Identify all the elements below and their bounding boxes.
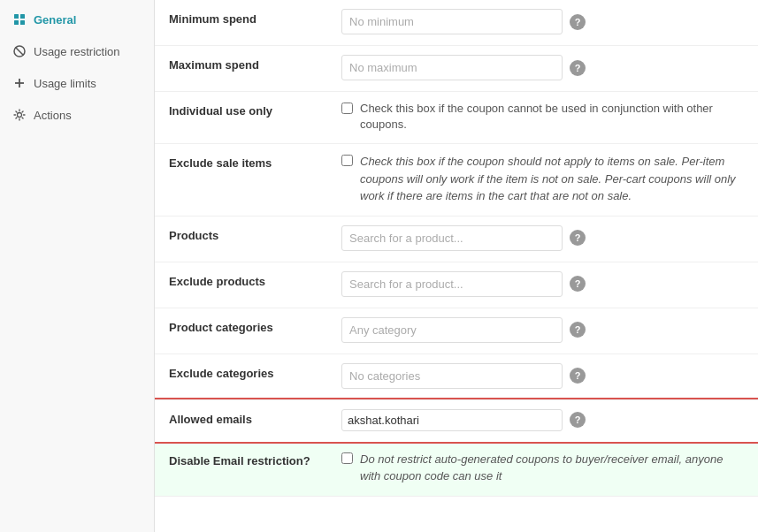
maximum-spend-help-icon[interactable]: ? — [570, 60, 586, 76]
maximum-spend-input[interactable] — [341, 55, 563, 80]
minimum-spend-field: ? — [327, 0, 758, 46]
svg-rect-3 — [20, 20, 25, 25]
main-content: Minimum spend ? Maximum spend ? — [155, 0, 758, 532]
product-categories-row: Product categories ? — [155, 308, 758, 353]
exclude-sale-row: Exclude sale items Check this box if the… — [155, 144, 758, 217]
maximum-spend-row: Maximum spend ? — [155, 46, 758, 92]
exclude-products-help-icon[interactable]: ? — [570, 276, 586, 292]
products-help-icon[interactable]: ? — [570, 230, 586, 246]
allowed-emails-value: akshat.kothari — [348, 414, 556, 427]
individual-use-description: Check this box if the coupon cannot be u… — [360, 101, 744, 133]
svg-rect-2 — [14, 20, 19, 25]
exclude-products-label: Exclude products — [155, 262, 327, 308]
disable-email-restriction-row: Disable Email restriction? Do not restri… — [155, 442, 758, 497]
maximum-spend-label: Maximum spend — [155, 46, 327, 92]
plus-icon — [12, 76, 27, 90]
individual-use-row: Individual use only Check this box if th… — [155, 92, 758, 144]
allowed-emails-field: akshat.kothari ? — [327, 399, 758, 442]
grid-icon — [12, 12, 27, 27]
minimum-spend-row: Minimum spend ? — [155, 0, 758, 46]
allowed-emails-label: Allowed emails — [155, 399, 327, 442]
products-label: Products — [155, 216, 327, 262]
minimum-spend-label: Minimum spend — [155, 0, 327, 46]
exclude-categories-field: ? — [327, 353, 758, 399]
exclude-categories-help-icon[interactable]: ? — [570, 368, 586, 384]
svg-rect-0 — [14, 14, 19, 19]
sidebar: General Usage restriction Usage limits — [0, 0, 155, 532]
sidebar-item-label: Actions — [34, 109, 72, 122]
individual-use-checkbox[interactable] — [341, 103, 353, 114]
exclude-products-row: Exclude products ? — [155, 262, 758, 308]
exclude-sale-checkbox[interactable] — [341, 155, 353, 166]
product-categories-label: Product categories — [155, 308, 327, 353]
allowed-emails-wrapper[interactable]: akshat.kothari — [341, 409, 563, 431]
sidebar-item-general[interactable]: General — [0, 4, 154, 35]
allowed-emails-row: Allowed emails akshat.kothari ? — [155, 399, 758, 442]
svg-line-5 — [16, 48, 24, 56]
gear-icon — [12, 108, 27, 122]
individual-use-label: Individual use only — [155, 92, 327, 144]
minimum-spend-input[interactable] — [341, 9, 563, 34]
individual-use-field: Check this box if the coupon cannot be u… — [327, 92, 758, 144]
exclude-categories-row: Exclude categories ? — [155, 353, 758, 399]
exclude-categories-input[interactable] — [341, 363, 563, 389]
sidebar-item-label: Usage restriction — [34, 45, 120, 58]
product-categories-help-icon[interactable]: ? — [570, 322, 586, 338]
maximum-spend-field: ? — [327, 46, 758, 92]
sidebar-item-label: Usage limits — [34, 77, 96, 90]
product-categories-field: ? — [327, 308, 758, 353]
ban-icon — [12, 44, 27, 58]
svg-point-8 — [18, 113, 22, 118]
product-categories-input[interactable] — [341, 317, 563, 343]
exclude-sale-field: Check this box if the coupon should not … — [327, 144, 758, 217]
products-row: Products ? — [155, 216, 758, 262]
allowed-emails-help-icon[interactable]: ? — [570, 412, 586, 428]
disable-email-restriction-field: Do not restrict auto-generated coupons t… — [327, 442, 758, 497]
sidebar-item-actions[interactable]: Actions — [0, 99, 154, 131]
exclude-products-field: ? — [327, 262, 758, 308]
disable-email-restriction-description: Do not restrict auto-generated coupons t… — [360, 451, 744, 485]
products-input[interactable] — [341, 225, 563, 251]
exclude-categories-label: Exclude categories — [155, 353, 327, 399]
svg-rect-1 — [20, 14, 25, 19]
exclude-products-input[interactable] — [341, 271, 563, 297]
products-field: ? — [327, 216, 758, 262]
sidebar-item-usage-limits[interactable]: Usage limits — [0, 67, 154, 99]
disable-email-restriction-label: Disable Email restriction? — [155, 442, 327, 497]
exclude-sale-description: Check this box if the coupon should not … — [360, 153, 744, 205]
sidebar-item-label: General — [34, 13, 76, 27]
minimum-spend-help-icon[interactable]: ? — [570, 14, 586, 30]
sidebar-item-usage-restriction[interactable]: Usage restriction — [0, 35, 154, 67]
disable-email-restriction-checkbox[interactable] — [341, 452, 353, 464]
form-table: Minimum spend ? Maximum spend ? — [155, 0, 758, 497]
exclude-sale-label: Exclude sale items — [155, 144, 327, 217]
